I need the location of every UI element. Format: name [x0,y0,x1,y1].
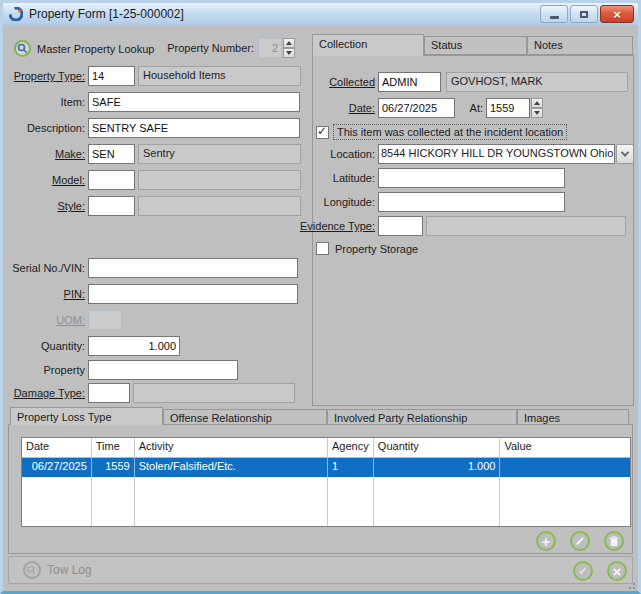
at-label: At: [459,98,483,118]
collected-code-input[interactable] [378,72,441,92]
table-row[interactable]: 06/27/2025 1559 Stolen/Falsified/Etc. 1 … [22,458,630,477]
trash-icon [609,536,619,547]
incident-location-checkbox-label[interactable]: This item was collected at the incident … [333,124,567,140]
pin-label[interactable]: PIN: [8,284,85,304]
evidence-type-desc [426,216,626,236]
tab-notes[interactable]: Notes [527,36,633,55]
make-desc: Sentry [138,144,301,164]
evidence-type-label[interactable]: Evidence Type: [313,216,375,236]
property-loss-tabpage: Date Time Activity Agency Quantity Value… [8,424,633,554]
style-label[interactable]: Style: [8,196,85,216]
damage-type-code-input[interactable] [88,383,130,403]
col-agency: Agency [328,438,374,457]
tab-images[interactable]: Images [517,409,629,425]
tab-collection[interactable]: Collection [312,34,424,56]
loss-table[interactable]: Date Time Activity Agency Quantity Value… [21,437,631,527]
serial-vin-label: Serial No./VIN: [8,258,85,278]
description-input[interactable] [88,118,300,138]
tab-status[interactable]: Status [424,36,527,55]
tab-property-loss-type[interactable]: Property Loss Type [10,407,163,425]
col-time: Time [92,438,135,457]
item-input[interactable] [88,92,300,112]
minimize-icon [550,16,559,19]
uom-input [88,310,122,330]
evidence-type-code-input[interactable] [378,216,423,236]
time-spinner[interactable] [531,98,543,118]
longitude-label: Longitude: [313,192,375,212]
make-code-input[interactable] [88,144,135,164]
tow-truck-icon [23,561,41,579]
maximize-icon [580,11,588,18]
property-label: Property [8,360,85,380]
quantity-input[interactable] [88,336,180,356]
damage-type-desc [133,383,295,403]
damage-type-label[interactable]: Damage Type: [8,383,85,403]
tab-offense-relationship[interactable]: Offense Relationship [163,409,327,425]
app-icon [9,7,23,21]
location-combobox[interactable]: 8544 HICKORY HILL DR YOUNGSTOWN Ohio 445… [378,144,634,164]
item-label: Item: [8,92,85,112]
longitude-input[interactable] [378,192,565,212]
tow-log-label: Tow Log [47,563,92,577]
model-code-input[interactable] [88,170,135,190]
tow-log-button[interactable]: Tow Log [23,561,92,579]
add-row-button[interactable]: + [536,531,556,551]
date-input[interactable] [378,98,455,118]
master-property-lookup-label: Master Property Lookup [37,43,154,55]
property-type-label[interactable]: Property Type: [8,66,85,86]
style-code-input[interactable] [88,196,135,216]
resize-grip[interactable] [633,587,635,589]
serial-vin-input[interactable] [88,258,298,278]
plus-icon: + [542,533,551,550]
cancel-button[interactable]: × [607,561,627,581]
incident-location-checkbox[interactable]: ✓ [316,126,329,139]
property-type-code-input[interactable] [88,66,135,86]
property-type-desc: Household Items [138,66,301,86]
latitude-label: Latitude: [313,168,375,188]
spin-down-icon[interactable] [531,108,543,118]
model-desc [138,170,301,190]
close-button[interactable]: × [600,5,634,23]
titlebar[interactable]: Property Form [1-25-000002] × [3,3,638,25]
quantity-label: Quantity: [8,336,85,356]
minimize-button[interactable] [540,5,568,23]
maximize-button[interactable] [570,5,598,23]
latitude-input[interactable] [378,168,565,188]
collected-label[interactable]: Collected [313,72,375,92]
table-row-empty [22,477,630,496]
location-value[interactable]: 8544 HICKORY HILL DR YOUNGSTOWN Ohio 445… [378,144,615,164]
check-icon: ✓ [317,124,327,138]
spin-down-icon[interactable] [283,48,295,58]
confirm-button[interactable]: ✓ [573,561,593,581]
location-dropdown-button[interactable] [616,144,634,164]
close-icon: × [613,7,621,22]
master-property-lookup-button[interactable]: Master Property Lookup [14,40,154,57]
property-input[interactable] [88,360,238,380]
table-row-empty [22,496,630,526]
statusbar: Tow Log ✓ × [8,556,633,584]
check-icon: ✓ [578,564,588,578]
pencil-icon [575,536,585,546]
property-form-window: Property Form [1-25-000002] × Master Pro… [0,0,641,594]
dialog-content: Master Property Lookup Property Number: … [3,25,638,591]
property-storage-label[interactable]: Property Storage [335,243,418,255]
spin-up-icon[interactable] [283,38,295,48]
model-label[interactable]: Model: [8,170,85,190]
edit-row-button[interactable] [570,531,590,551]
make-label[interactable]: Make: [8,144,85,164]
date-label[interactable]: Date: [313,98,375,118]
magnifier-icon [14,40,31,57]
time-input[interactable] [486,98,530,118]
bottom-tab-strip: Property Loss Type Offense Relationship … [8,407,633,425]
style-desc [138,196,301,216]
delete-row-button[interactable] [604,531,624,551]
property-number-spinner[interactable] [283,38,295,58]
col-activity: Activity [135,438,328,457]
tab-involved-party-relationship[interactable]: Involved Party Relationship [327,409,517,425]
property-storage-checkbox[interactable] [316,242,329,255]
location-label: Location: [313,144,375,164]
pin-input[interactable] [88,284,298,304]
collection-tabpage: Collected GOVHOST, MARK Date: At: ✓ [312,55,634,406]
uom-label: UOM: [8,310,85,330]
spin-up-icon[interactable] [531,98,543,108]
